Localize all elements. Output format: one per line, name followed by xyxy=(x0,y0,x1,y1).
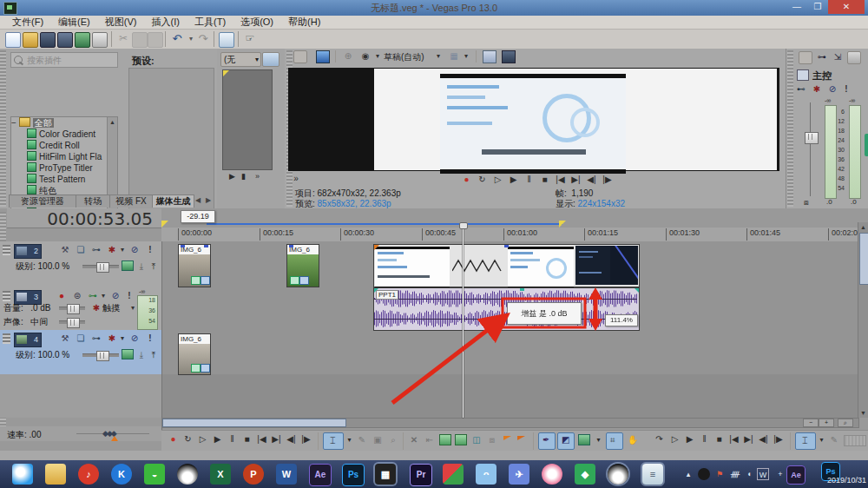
level-slider-handle[interactable] xyxy=(96,262,109,273)
taskbar-wechat-icon[interactable]: ◒ xyxy=(144,464,165,485)
master-fader-handle[interactable] xyxy=(805,132,819,144)
mixer-layout-icon[interactable] xyxy=(847,51,861,64)
track-fx-icon[interactable]: ⚒ xyxy=(59,333,71,344)
track-header-4[interactable]: 4 ⚒ ❏ ⊶ ✱ ▾ ⊘ ! 级别: 100.0 % ⤓ ⤒ xyxy=(0,330,162,375)
tray-network-icon[interactable]: ᚎ xyxy=(729,468,741,480)
zoom-tool-icon[interactable]: ⌕ xyxy=(387,434,399,445)
solo-icon[interactable]: ! xyxy=(840,83,852,95)
taskbar-explorer-icon[interactable] xyxy=(45,464,66,485)
playhead-handle[interactable] xyxy=(459,222,468,229)
track-drag-handle[interactable] xyxy=(3,291,10,301)
taskbar-kugou-icon[interactable]: K xyxy=(111,464,132,485)
marker-bar[interactable] xyxy=(161,221,868,228)
bypass-motion-blur-icon[interactable] xyxy=(122,349,134,359)
playhead-cursor[interactable] xyxy=(463,228,464,418)
pause-icon[interactable]: ‖ xyxy=(226,433,239,445)
close-button[interactable]: ✕ xyxy=(828,0,865,14)
taskbar-aijianji-icon[interactable] xyxy=(443,464,464,485)
fx-preset-dropdown[interactable]: (无▾ xyxy=(220,52,261,67)
lock-icon[interactable]: ⧈ xyxy=(486,434,498,445)
clip-fade-out[interactable] xyxy=(610,246,638,285)
keyframe-marker[interactable] xyxy=(223,70,229,76)
ruler-mode-icon[interactable] xyxy=(844,435,866,446)
taskbar-bilibili-icon[interactable]: ᴖ xyxy=(476,464,496,485)
record-icon[interactable]: ● xyxy=(167,433,180,445)
panel-grip[interactable] xyxy=(0,50,6,207)
selection-tool-icon[interactable]: ▣ xyxy=(372,434,384,445)
prev-frame-icon[interactable]: ◀| xyxy=(757,433,770,445)
keyframe-overflow-icon[interactable]: » xyxy=(255,172,260,181)
tray-expand-icon[interactable]: ▴ xyxy=(682,468,694,480)
project-properties-icon[interactable] xyxy=(57,32,73,48)
zoom-in-icon[interactable]: + xyxy=(819,419,834,427)
preview-quality-label[interactable]: 草稿(自动) xyxy=(384,51,424,63)
next-frame-icon[interactable]: |▶ xyxy=(772,433,785,445)
automation-mode-label[interactable]: 触摸 xyxy=(102,302,120,314)
fade-up-icon[interactable]: ⤒ xyxy=(148,349,160,360)
loop-playback-icon[interactable]: ↻ xyxy=(476,174,489,186)
copy-snapshot-icon[interactable] xyxy=(483,50,496,63)
tree-item[interactable]: Color Gradient xyxy=(11,129,117,140)
snap-start-icon[interactable] xyxy=(439,434,451,445)
go-to-start-icon[interactable]: |◀ xyxy=(727,433,740,445)
pause-icon[interactable]: ‖ xyxy=(523,174,536,186)
capture-video-icon[interactable] xyxy=(92,32,108,48)
split-icon[interactable]: ◫ xyxy=(470,434,483,445)
clip-img-1[interactable]: IMG_6 xyxy=(178,244,211,287)
go-to-end-icon[interactable]: ▶| xyxy=(569,174,582,186)
chevron-down-icon[interactable]: ▾ xyxy=(460,50,472,62)
event-pan-badge[interactable] xyxy=(201,364,210,373)
save-snapshot-icon[interactable] xyxy=(502,50,516,63)
track-motion-icon[interactable]: ⊶ xyxy=(90,244,102,255)
track-header-2[interactable]: 2 ⚒ ❏ ⊶ ✱ ▾ ⊘ ! 级别: 100.0 % ⤓ ⤒ xyxy=(0,241,162,288)
tray-after-effects-icon[interactable]: Ae xyxy=(786,465,806,485)
go-to-start-icon[interactable]: |◀ xyxy=(255,433,268,445)
scroll-up-icon[interactable]: ▲ xyxy=(860,224,866,230)
event-pan-badge[interactable] xyxy=(299,276,309,285)
menu-tools[interactable]: 工具(T) xyxy=(194,16,226,27)
loop-playback-icon[interactable]: ↻ xyxy=(181,433,194,445)
preview-quality-icon[interactable]: ◉ xyxy=(359,50,372,62)
scroll-down-icon[interactable]: ▼ xyxy=(860,410,866,416)
auto-ripple-icon[interactable]: ✒ xyxy=(538,432,556,450)
chevron-down-icon[interactable]: ▾ xyxy=(116,244,128,255)
delete-icon[interactable]: ✕ xyxy=(408,434,420,445)
edit-tool-dropdown-icon[interactable]: ▾ xyxy=(815,434,828,446)
event-fx-badge[interactable] xyxy=(290,276,299,285)
search-input[interactable]: 搜索插件 xyxy=(10,52,118,68)
play-from-start-icon[interactable]: ▷ xyxy=(668,433,681,445)
track-number-box[interactable]: 2 xyxy=(14,244,42,259)
taskbar-green-app-icon[interactable]: ◆ xyxy=(575,464,595,485)
chevron-down-icon[interactable]: ▾ xyxy=(372,50,384,62)
window-edge-tab[interactable] xyxy=(865,134,868,156)
zoom-out-icon[interactable]: − xyxy=(803,419,819,427)
h-scroll-thumb[interactable] xyxy=(162,419,346,427)
import-media-icon[interactable] xyxy=(75,32,90,48)
keyframe-timeline[interactable] xyxy=(222,69,273,170)
event-tool-icon[interactable]: ✋ xyxy=(627,434,639,445)
compositing-mode-icon[interactable]: ❏ xyxy=(75,244,87,255)
tab-explorer[interactable]: 资源管理器 xyxy=(9,195,76,208)
new-project-icon[interactable] xyxy=(5,32,21,48)
fade-up-icon[interactable]: ⤒ xyxy=(148,260,160,272)
tray-volume-icon[interactable]: ◖ xyxy=(743,468,755,480)
play-from-start-icon[interactable]: ▷ xyxy=(491,174,504,186)
chevron-down-icon[interactable]: ▾ xyxy=(127,302,139,313)
menu-help[interactable]: 帮助(H) xyxy=(288,16,320,27)
tab-video-fx[interactable]: 视频 FX xyxy=(109,195,153,208)
solo-icon[interactable]: ! xyxy=(144,333,156,344)
menu-insert[interactable]: 插入(I) xyxy=(152,16,180,27)
loop-region-bar[interactable] xyxy=(207,223,562,225)
track-number-box[interactable]: 4 xyxy=(14,333,42,347)
taskbar-ball-app-icon[interactable] xyxy=(542,464,562,485)
mute-icon[interactable]: ⊘ xyxy=(128,333,141,344)
tray-qq-icon[interactable] xyxy=(698,468,710,480)
prev-frame-icon[interactable]: ◀| xyxy=(585,174,598,186)
snapping-enabled-icon[interactable]: ⌗ xyxy=(606,432,623,450)
scroll-up-icon[interactable]: ▲ xyxy=(109,119,115,125)
menu-file[interactable]: 文件(F) xyxy=(12,16,43,27)
taskbar-browser-icon[interactable] xyxy=(12,464,33,485)
taskbar-bird-app-icon[interactable]: ✈ xyxy=(509,464,529,485)
taskbar-qq-active-icon[interactable] xyxy=(608,464,628,485)
time-ruler[interactable]: 00:00:00 00:00:15 00:00:30 00:00:45 00:0… xyxy=(161,228,868,242)
